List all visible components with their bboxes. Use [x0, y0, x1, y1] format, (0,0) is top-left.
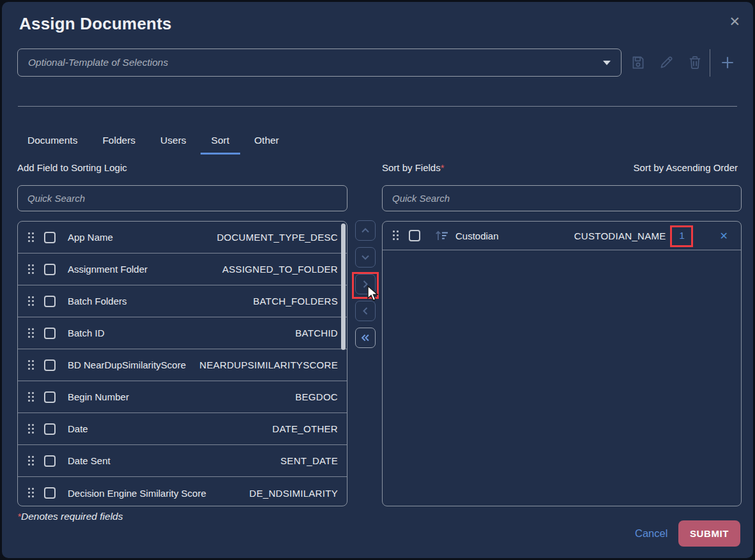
required-asterisk: *: [441, 162, 445, 173]
tab-other[interactable]: Other: [243, 131, 290, 155]
field-row[interactable]: Batch ID BATCHID: [18, 317, 347, 349]
tab-folders[interactable]: Folders: [91, 131, 146, 155]
note-text: Denotes required fields: [21, 511, 123, 522]
tab-documents[interactable]: Documents: [17, 131, 88, 155]
left-search-input[interactable]: [17, 185, 347, 211]
drag-handle-icon[interactable]: [28, 264, 34, 275]
plus-icon[interactable]: [719, 54, 736, 71]
field-label: Batch Folders: [68, 296, 127, 306]
sort-field-row[interactable]: Custodian CUSTODIAN_NAME 1 ✕: [383, 222, 741, 250]
close-icon[interactable]: ✕: [726, 12, 743, 31]
field-label: Decision Engine Similarity Score: [68, 488, 206, 499]
checkbox[interactable]: [44, 487, 56, 499]
field-code: BATCH_FOLDERS: [253, 296, 338, 306]
field-row[interactable]: Assignment Folder ASSIGNED_TO_FOLDER: [18, 254, 347, 285]
pencil-icon[interactable]: [658, 54, 675, 71]
drag-handle-icon[interactable]: [393, 231, 399, 241]
sort-order-number: 1: [674, 230, 690, 241]
checkbox[interactable]: [44, 359, 56, 371]
tab-sort[interactable]: Sort: [201, 131, 240, 155]
field-code: SENT_DATE: [280, 455, 338, 466]
field-code: BATCHID: [295, 328, 338, 338]
field-row[interactable]: Begin Number BEGDOC: [18, 381, 347, 413]
checkbox[interactable]: [44, 232, 56, 243]
sort-field-code: CUSTODIAN_NAME: [574, 231, 666, 241]
chevron-down-icon: [360, 252, 370, 262]
field-label: Date: [68, 423, 88, 434]
sort-by-fields-list: Custodian CUSTODIAN_NAME 1 ✕: [382, 221, 742, 506]
move-all-left-button[interactable]: [355, 328, 376, 348]
cancel-button[interactable]: Cancel: [635, 527, 667, 540]
field-row[interactable]: Decision Engine Similarity Score DE_NDSI…: [18, 477, 347, 506]
right-search-input[interactable]: [382, 185, 742, 211]
double-chevron-left-icon: [360, 333, 370, 343]
field-row[interactable]: App Name DOCUMENT_TYPE_DESC: [18, 222, 347, 254]
save-icon[interactable]: [630, 54, 646, 71]
field-label: Begin Number: [68, 391, 129, 402]
template-placeholder: Optional-Template of Selections: [28, 57, 603, 68]
field-code: NEARDUPSIMILARITYSCORE: [199, 359, 338, 370]
field-row[interactable]: BD NearDupSimilarityScore NEARDUPSIMILAR…: [18, 349, 347, 381]
field-code: DE_NDSIMILARITY: [249, 488, 338, 499]
field-label: App Name: [68, 232, 113, 243]
right-panel-heading: Sort by Fields*: [382, 162, 445, 173]
assign-documents-dialog: Assign Documents ✕ Optional-Template of …: [2, 2, 753, 558]
drag-handle-icon[interactable]: [28, 232, 34, 243]
drag-handle-icon[interactable]: [28, 488, 34, 498]
tab-bar: Documents Folders Users Sort Other: [17, 131, 290, 155]
move-right-button[interactable]: [355, 274, 376, 294]
field-row[interactable]: Date DATE_OTHER: [18, 413, 347, 445]
field-row[interactable]: Batch Folders BATCH_FOLDERS: [18, 285, 347, 317]
field-label: BD NearDupSimilarityScore: [68, 359, 186, 370]
chevron-up-icon: [360, 225, 370, 236]
sort-order-label: Sort by Ascending Order: [634, 162, 738, 173]
dialog-title: Assign Documents: [19, 14, 172, 34]
checkbox[interactable]: [44, 264, 56, 275]
drag-handle-icon[interactable]: [28, 392, 34, 402]
scrollbar-thumb[interactable]: [341, 223, 346, 350]
field-label: Date Sent: [68, 455, 111, 466]
tab-users[interactable]: Users: [149, 131, 197, 155]
trash-icon[interactable]: [687, 54, 703, 71]
move-left-button[interactable]: [355, 301, 376, 321]
sort-ascending-icon[interactable]: [434, 229, 450, 242]
checkbox[interactable]: [409, 230, 420, 241]
divider: [18, 106, 737, 107]
checkbox[interactable]: [44, 391, 56, 403]
field-label: Batch ID: [68, 328, 105, 338]
field-code: DATE_OTHER: [272, 423, 338, 434]
checkbox[interactable]: [44, 296, 56, 307]
sort-field-label: Custodian: [455, 231, 499, 241]
right-panel-heading-text: Sort by Fields: [382, 162, 441, 173]
transfer-controls: [355, 220, 376, 348]
field-label: Assignment Folder: [68, 264, 148, 275]
field-code: ASSIGNED_TO_FOLDER: [222, 264, 338, 275]
drag-handle-icon[interactable]: [28, 360, 34, 370]
available-fields-list: App Name DOCUMENT_TYPE_DESC Assignment F…: [17, 221, 347, 506]
divider: [710, 49, 710, 77]
chevron-left-icon: [360, 306, 370, 316]
template-select[interactable]: Optional-Template of Selections: [17, 49, 622, 77]
chevron-down-icon: [603, 61, 611, 65]
left-panel-heading: Add Field to Sorting Logic: [17, 162, 127, 173]
drag-handle-icon[interactable]: [28, 296, 34, 306]
submit-button[interactable]: SUBMIT: [678, 520, 740, 547]
checkbox[interactable]: [44, 328, 56, 339]
required-fields-note: *Denotes required fields: [17, 511, 123, 522]
checkbox[interactable]: [44, 455, 56, 467]
remove-field-icon[interactable]: ✕: [720, 230, 728, 242]
move-down-button[interactable]: [355, 247, 376, 268]
chevron-right-icon: [360, 279, 370, 289]
drag-handle-icon[interactable]: [28, 328, 34, 338]
field-code: DOCUMENT_TYPE_DESC: [217, 232, 338, 243]
field-row[interactable]: Date Sent SENT_DATE: [18, 445, 347, 477]
field-code: BEGDOC: [295, 391, 338, 402]
drag-handle-icon[interactable]: [28, 456, 34, 466]
drag-handle-icon[interactable]: [28, 424, 34, 434]
move-up-button[interactable]: [355, 220, 376, 241]
checkbox[interactable]: [44, 423, 56, 435]
